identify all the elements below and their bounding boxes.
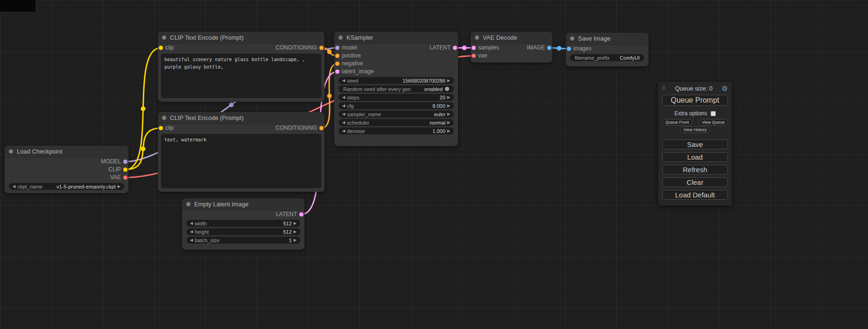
vae-input-port[interactable]	[472, 54, 476, 58]
random-seed-toggle-widget[interactable]: Random seed after every gen enabled	[339, 85, 454, 92]
combo-left-icon[interactable]: ◀	[340, 102, 347, 109]
node-header[interactable]: Empty Latent Image	[182, 198, 304, 210]
denoise-widget[interactable]: ◀ denoise 1.000 ▶	[339, 127, 454, 134]
node-header[interactable]: CLIP Text Encode (Prompt)	[158, 32, 325, 44]
collapse-dot-icon[interactable]	[186, 202, 191, 206]
slot-label: CONDITIONING	[275, 44, 317, 52]
load-button[interactable]: Load	[662, 152, 728, 162]
queue-prompt-button[interactable]: Queue Prompt	[662, 95, 728, 106]
combo-left-icon[interactable]: ◀	[340, 127, 347, 134]
widget-value: ComfyUI	[620, 55, 640, 61]
node-header[interactable]: Load Checkpoint	[5, 146, 128, 158]
latent-image-input-port[interactable]	[335, 70, 339, 74]
collapse-dot-icon[interactable]	[339, 35, 343, 40]
combo-right-icon[interactable]: ▶	[445, 77, 452, 84]
collapse-dot-icon[interactable]	[570, 36, 574, 41]
latent-output-port[interactable]	[299, 212, 303, 217]
latent-output-port[interactable]	[453, 46, 457, 50]
model-input-port[interactable]	[335, 46, 339, 50]
collapse-dot-icon[interactable]	[162, 35, 166, 40]
save-button[interactable]: Save	[662, 140, 728, 149]
view-queue-button[interactable]: View Queue	[699, 119, 728, 126]
wire-dot-image	[557, 46, 562, 51]
combo-left-icon[interactable]: ◀	[340, 111, 347, 118]
queue-front-button[interactable]: Queue Front	[662, 119, 692, 126]
combo-right-icon[interactable]: ▶	[292, 220, 298, 227]
ckpt-name-widget[interactable]: ◀ ckpt_name v1-5-pruned-emaonly.ckpt ▶	[9, 183, 124, 190]
steps-widget[interactable]: ◀ steps 20 ▶	[339, 94, 454, 101]
slot-label: CONDITIONING	[275, 124, 317, 132]
filename-prefix-widget[interactable]: filename_prefix ComfyUI	[570, 54, 644, 61]
view-history-button[interactable]: View History	[680, 126, 710, 133]
sampler-name-widget[interactable]: ◀ sampler_name euler ▶	[339, 111, 454, 118]
input-slot-images: images	[566, 45, 649, 53]
samples-input-port[interactable]	[472, 46, 476, 50]
conditioning-output-port[interactable]	[319, 46, 324, 50]
extra-options-checkbox[interactable]	[711, 111, 716, 116]
node-title: Empty Latent Image	[194, 201, 248, 208]
model-output-port[interactable]	[123, 160, 127, 164]
images-input-port[interactable]	[567, 47, 571, 51]
clear-button[interactable]: Clear	[662, 177, 728, 187]
clip-input-port[interactable]	[159, 126, 163, 130]
combo-right-icon[interactable]: ▶	[445, 119, 452, 126]
collapse-dot-icon[interactable]	[9, 149, 13, 154]
combo-right-icon[interactable]: ▶	[445, 111, 452, 118]
load-default-button[interactable]: Load Default	[662, 190, 728, 200]
batch-size-widget[interactable]: ◀ batch_size 1 ▶	[186, 237, 300, 244]
slot-label: images	[573, 45, 592, 53]
queue-buttons-row: Queue Front View Queue	[662, 119, 728, 126]
slot-label: clip	[165, 124, 174, 132]
vae-output-port[interactable]	[123, 175, 127, 180]
node-ksampler[interactable]: KSampler model LATENT positive negative …	[334, 32, 458, 146]
prompt-textarea[interactable]: beautiful scenery nature glass bottle la…	[161, 54, 321, 98]
node-empty-latent-image[interactable]: Empty Latent Image LATENT ◀ width 512 ▶ …	[182, 198, 304, 250]
combo-left-icon[interactable]: ◀	[340, 119, 347, 126]
input-slot-latent-image: latent_image	[334, 68, 458, 76]
scheduler-widget[interactable]: ◀ scheduler normal ▶	[339, 119, 454, 126]
combo-left-icon[interactable]: ◀	[11, 183, 17, 190]
prompt-textarea[interactable]: text, watermark	[161, 134, 321, 188]
node-clip-text-encode-positive[interactable]: CLIP Text Encode (Prompt) clip CONDITION…	[158, 32, 325, 102]
width-widget[interactable]: ◀ width 512 ▶	[186, 220, 300, 227]
node-title: VAE Decode	[483, 34, 517, 41]
clip-output-port[interactable]	[123, 168, 127, 172]
combo-right-icon[interactable]: ▶	[116, 183, 122, 190]
conditioning-output-port[interactable]	[319, 126, 324, 130]
combo-right-icon[interactable]: ▶	[292, 228, 298, 235]
node-header[interactable]: VAE Decode	[471, 32, 552, 44]
widget-label: scheduler	[347, 120, 369, 126]
node-header[interactable]: KSampler	[334, 32, 458, 44]
clip-input-port[interactable]	[159, 46, 163, 50]
negative-input-port[interactable]	[335, 62, 339, 66]
cfg-widget[interactable]: ◀ cfg 8.000 ▶	[339, 102, 454, 109]
widget-value: enabled	[424, 86, 443, 92]
height-widget[interactable]: ◀ height 512 ▶	[186, 228, 300, 235]
combo-left-icon[interactable]: ◀	[340, 77, 347, 84]
collapse-dot-icon[interactable]	[475, 35, 479, 40]
combo-left-icon[interactable]: ◀	[188, 237, 195, 244]
node-header[interactable]: Save Image	[566, 33, 649, 45]
extra-options-row: Extra options	[662, 110, 728, 117]
combo-right-icon[interactable]: ▶	[292, 237, 298, 244]
refresh-button[interactable]: Refresh	[662, 165, 728, 175]
node-save-image[interactable]: Save Image images filename_prefix ComfyU…	[566, 33, 649, 66]
node-vae-decode[interactable]: VAE Decode samples IMAGE vae	[471, 32, 552, 63]
node-header[interactable]: CLIP Text Encode (Prompt)	[158, 112, 325, 124]
combo-left-icon[interactable]: ◀	[188, 220, 195, 227]
node-load-checkpoint[interactable]: Load Checkpoint MODEL CLIP VAE ◀ ckpt_na…	[5, 146, 128, 193]
toggle-dot-icon[interactable]	[445, 87, 449, 91]
combo-right-icon[interactable]: ▶	[445, 94, 452, 101]
collapse-dot-icon[interactable]	[162, 116, 166, 120]
positive-input-port[interactable]	[335, 54, 339, 58]
wire-dot-clip-negative	[141, 147, 146, 151]
seed-widget[interactable]: ◀ seed 156680208700286 ▶	[339, 77, 454, 84]
combo-left-icon[interactable]: ◀	[188, 228, 195, 235]
settings-gear-icon[interactable]: ⚙	[722, 85, 728, 92]
combo-right-icon[interactable]: ▶	[445, 102, 452, 109]
combo-right-icon[interactable]: ▶	[445, 127, 452, 134]
image-output-port[interactable]	[547, 46, 551, 50]
drag-handle-icon[interactable]: ⠿	[662, 85, 666, 91]
node-clip-text-encode-negative[interactable]: CLIP Text Encode (Prompt) clip CONDITION…	[158, 112, 325, 192]
combo-left-icon[interactable]: ◀	[340, 94, 347, 101]
